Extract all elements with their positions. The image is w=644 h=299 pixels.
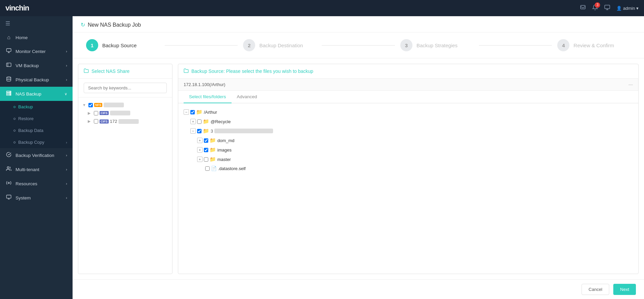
blurred-expand[interactable]: −	[190, 128, 196, 134]
logo-part2: chin	[15, 4, 29, 12]
cifs2-label-prefix: 172	[110, 119, 117, 124]
nas-tree-item-nfs[interactable]: ▼ NFS	[81, 101, 169, 109]
right-panel-title: Backup Source: Please select the files y…	[191, 69, 313, 74]
refresh-icon: ↻	[81, 22, 85, 28]
cifs2-label	[118, 119, 139, 124]
recycle-folder-icon: 📁	[203, 118, 209, 125]
images-folder-icon: 📁	[210, 147, 216, 153]
images-label: images	[217, 147, 232, 153]
tab-select-files[interactable]: Select files/folders	[184, 91, 232, 103]
nfs-checkbox[interactable]	[88, 103, 93, 107]
step-label-1: Backup Source	[102, 43, 137, 48]
cifs1-badge: CIFS	[100, 111, 109, 115]
arthur-folder-icon: 📁	[196, 109, 203, 115]
admin-menu[interactable]: 👤 admin ▾	[616, 6, 639, 11]
cifs2-checkbox[interactable]	[94, 119, 98, 124]
sidebar-sub-item-backup-copy[interactable]: Backup Copy ›	[0, 136, 73, 148]
wizard-body: Select NAS Share ▼ NFS	[73, 58, 644, 279]
backup-copy-dot	[14, 141, 16, 143]
search-input[interactable]	[84, 83, 167, 93]
dom-md-expand[interactable]: +	[197, 138, 203, 143]
collapse-button[interactable]: —	[628, 82, 633, 87]
wizard-step-2: 2 Backup Destination	[243, 39, 316, 51]
multi-tenant-arrow: ›	[66, 167, 67, 171]
step-circle-4: 4	[557, 39, 569, 51]
file-tree-item-images[interactable]: + 📁 images	[197, 145, 633, 155]
file-tree-item-blurred[interactable]: − 📁 3	[190, 126, 633, 136]
file-tree-item-dom-md[interactable]: + 📁 dom_md	[197, 136, 633, 145]
wizard-footer: Cancel Next	[73, 279, 644, 299]
next-button[interactable]: Next	[613, 284, 636, 295]
resources-icon	[5, 180, 12, 187]
sidebar: ☰ ⌂ Home Monitor Center › VM Backup › Ph…	[0, 16, 73, 299]
cifs1-label	[110, 111, 130, 115]
nas-tree-item-cifs2[interactable]: ▶ CIFS 172	[81, 117, 169, 126]
backup-dot	[14, 106, 16, 108]
sidebar-item-backup-verification[interactable]: Backup Verification ›	[0, 148, 73, 162]
monitor-arrow: ›	[66, 49, 67, 53]
nas-tree-item-cifs1[interactable]: ▶ CIFS	[81, 109, 169, 117]
physical-backup-arrow: ›	[66, 78, 67, 82]
system-arrow: ›	[66, 196, 67, 200]
file-tree-item-arthur[interactable]: − 📁 /Arthur	[184, 107, 633, 117]
cifs2-expand: ▶	[88, 119, 92, 124]
search-box	[78, 79, 172, 98]
sidebar-item-system[interactable]: System ›	[0, 191, 73, 205]
tab-advanced[interactable]: Advanced	[232, 91, 263, 103]
sidebar-sub-item-backup[interactable]: Backup	[0, 101, 73, 113]
sidebar-item-nas-backup[interactable]: NAS Backup ∨	[0, 87, 73, 101]
wizard-steps: 1 Backup Source 2 Backup Destination 3 B…	[73, 32, 644, 58]
blurred-checkbox[interactable]	[197, 129, 202, 133]
dom-md-folder-icon: 📁	[210, 137, 216, 143]
dom-md-checkbox[interactable]	[204, 138, 208, 143]
home-icon: ⌂	[5, 34, 12, 40]
datastore-checkbox[interactable]	[205, 166, 210, 171]
sidebar-sub-item-backup-data[interactable]: Backup Data	[0, 125, 73, 136]
file-tree-item-recycle[interactable]: + 📁 @Recycle	[190, 117, 633, 126]
sidebar-item-resources[interactable]: Resources ›	[0, 176, 73, 191]
datastore-label: .datastore.self	[218, 166, 246, 171]
sidebar-sub-item-restore[interactable]: Restore	[0, 113, 73, 125]
sidebar-item-physical-backup[interactable]: Physical Backup ›	[0, 73, 73, 87]
logo-part1: vin	[5, 4, 15, 12]
backup-verification-arrow: ›	[66, 153, 67, 157]
sidebar-toggle[interactable]: ☰	[0, 16, 73, 31]
cifs1-expand: ▶	[88, 111, 92, 115]
resources-arrow: ›	[66, 182, 67, 186]
arthur-expand[interactable]: −	[184, 109, 189, 115]
cancel-button[interactable]: Cancel	[582, 284, 609, 295]
images-checkbox[interactable]	[204, 148, 208, 152]
left-panel-title: Select NAS Share	[91, 69, 130, 74]
monitor-icon[interactable]	[604, 4, 610, 12]
cifs2-badge: CIFS	[100, 119, 109, 124]
arthur-checkbox[interactable]	[190, 110, 195, 114]
content-area: ↻ New NAS Backup Job 1 Backup Source 2 B…	[73, 16, 644, 299]
file-tree-item-master[interactable]: + 📁 master	[197, 155, 633, 164]
recycle-expand[interactable]: +	[190, 119, 196, 124]
topnav: vinchin 3 👤 admin ▾	[0, 0, 644, 16]
blurred-folder-icon: 📁	[203, 128, 209, 134]
file-tree: − 📁 /Arthur + 📁 @Recycle −	[178, 103, 638, 274]
step-circle-3: 3	[400, 39, 412, 51]
sidebar-item-monitor[interactable]: Monitor Center ›	[0, 44, 73, 58]
file-tree-item-datastore[interactable]: 📄 .datastore.self	[197, 164, 633, 173]
nas-share-icon	[84, 68, 89, 74]
messages-icon[interactable]	[580, 4, 586, 12]
recycle-checkbox[interactable]	[197, 119, 202, 124]
sidebar-item-home[interactable]: ⌂ Home	[0, 31, 73, 44]
notifications-icon[interactable]: 3	[592, 4, 598, 12]
tabs: Select files/folders Advanced	[178, 91, 638, 103]
sidebar-item-vm-backup[interactable]: VM Backup ›	[0, 58, 73, 73]
master-expand[interactable]: +	[197, 157, 203, 162]
main-layout: ☰ ⌂ Home Monitor Center › VM Backup › Ph…	[0, 16, 644, 299]
right-panel: Backup Source: Please select the files y…	[178, 64, 639, 274]
monitor-center-icon	[5, 48, 12, 55]
wizard-step-4: 4 Review & Confirm	[557, 39, 630, 51]
blurred-folder-label	[214, 129, 273, 133]
backup-source-icon	[184, 68, 189, 74]
master-checkbox[interactable]	[204, 157, 208, 162]
sidebar-item-multi-tenant[interactable]: Multi-tenant ›	[0, 162, 73, 176]
images-expand[interactable]: +	[197, 147, 203, 153]
step-label-4: Review & Confirm	[573, 43, 614, 48]
cifs1-checkbox[interactable]	[94, 111, 98, 115]
